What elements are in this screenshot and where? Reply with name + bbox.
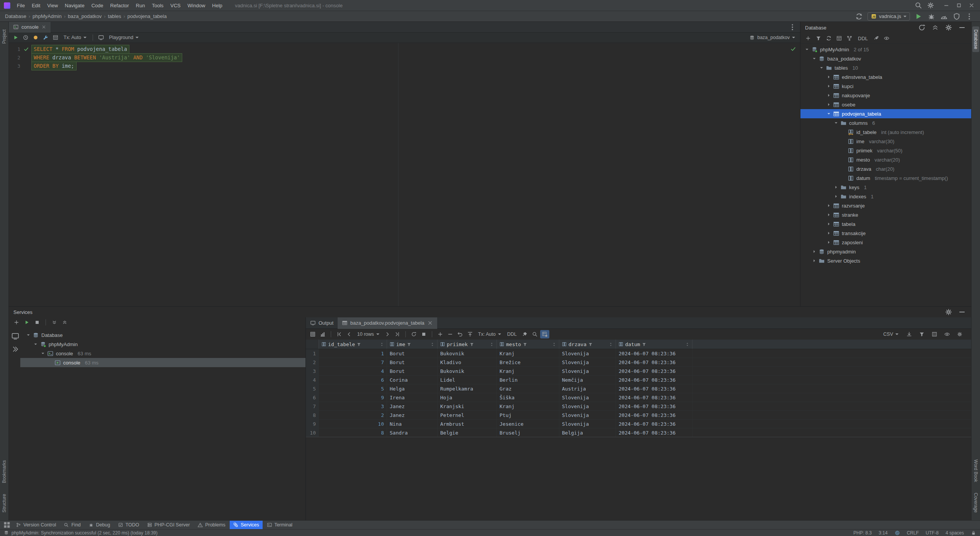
gear-icon[interactable] xyxy=(926,1,935,10)
grid-cell[interactable]: 6 xyxy=(319,376,387,384)
chevron-down-icon[interactable] xyxy=(826,111,831,116)
grid-cell[interactable]: Bukovnik xyxy=(438,367,497,375)
open-table-editor-button[interactable] xyxy=(835,34,844,42)
grid-cell[interactable]: 2024-06-07 08:23:36 xyxy=(616,420,693,428)
sync-icon[interactable] xyxy=(854,12,864,21)
column-list-button[interactable] xyxy=(930,330,939,338)
gear-icon[interactable] xyxy=(944,308,953,316)
grid-cell[interactable]: Belgie xyxy=(438,428,497,437)
db-tree-item-priimek[interactable]: priimekvarchar(50) xyxy=(800,146,971,155)
chevron-right-icon[interactable] xyxy=(826,230,831,236)
menu-edit[interactable]: Edit xyxy=(28,0,44,11)
grid-cell[interactable]: Slovenija xyxy=(559,393,616,402)
grid-cell[interactable]: Jesenice xyxy=(497,420,559,428)
grid-cell[interactable]: 2024-06-07 08:23:36 xyxy=(616,402,693,410)
find-in-grid-button[interactable] xyxy=(530,330,539,338)
db-tree-item-razvrsanje[interactable]: razvrsanje xyxy=(800,201,971,210)
menu-refactor[interactable]: Refactor xyxy=(107,0,132,11)
grid-cell[interactable]: Šiška xyxy=(497,393,559,402)
grid-cell[interactable]: Janez xyxy=(387,402,438,410)
toolwindow-button-todo[interactable]: TODO xyxy=(114,521,143,529)
db-tree-item-phpmyadmin[interactable]: phpMyAdmin2 of 15 xyxy=(800,45,971,54)
grid-cell[interactable]: 7 xyxy=(319,358,387,366)
db-tree-item-phpmyadmin[interactable]: phpmyadmin xyxy=(800,247,971,256)
next-page-button[interactable] xyxy=(383,330,392,338)
funnel-icon[interactable] xyxy=(407,342,412,347)
line-number[interactable]: 2 xyxy=(9,55,20,60)
row-number[interactable]: 4 xyxy=(306,376,319,384)
collapse-all-icon[interactable] xyxy=(931,23,940,32)
chart-view-button[interactable] xyxy=(318,330,327,338)
stop-session-button[interactable] xyxy=(31,33,40,42)
column-header-mesto[interactable]: mesto xyxy=(497,340,559,349)
export-format-selector[interactable]: CSV xyxy=(880,331,901,338)
gear-icon[interactable] xyxy=(944,23,953,32)
chevron-right-icon[interactable] xyxy=(812,249,817,254)
grid-cell[interactable]: Belgija xyxy=(559,428,616,437)
chevron-down-icon[interactable] xyxy=(819,65,824,70)
playground-output-button[interactable] xyxy=(96,33,106,42)
check-icon[interactable] xyxy=(790,46,796,52)
toolwindow-button-version-control[interactable]: Version Control xyxy=(12,521,59,529)
db-tree-item-drzava[interactable]: drzavachar(20) xyxy=(800,164,971,173)
grid-cell[interactable]: Graz xyxy=(497,384,559,393)
first-page-button[interactable] xyxy=(335,330,344,338)
hide-icon[interactable] xyxy=(957,308,967,316)
tab-result-grid[interactable]: baza_podatkov.podvojena_tabela xyxy=(338,317,437,329)
grid-cell[interactable]: Nina xyxy=(387,420,438,428)
filter-rows-button[interactable] xyxy=(917,330,926,338)
grid-cell[interactable]: Austrija xyxy=(559,384,616,393)
menu-vcs[interactable]: VCS xyxy=(167,0,184,11)
code-text[interactable]: WHERE drzava BETWEEN 'Austrija' AND 'Slo… xyxy=(32,54,182,62)
file-encoding[interactable]: UTF-8 xyxy=(926,530,939,536)
db-tree-item-keys[interactable]: keys1 xyxy=(800,183,971,192)
grid-cell[interactable]: Kladivo xyxy=(438,358,497,366)
grid-cell[interactable]: Hoja xyxy=(438,393,497,402)
lock-icon[interactable] xyxy=(971,530,976,536)
tx-mode-selector[interactable]: Tx: Auto xyxy=(61,34,89,41)
row-number[interactable]: 5 xyxy=(306,384,319,393)
more-vertical-icon[interactable] xyxy=(788,23,797,31)
tab-console[interactable]: console xyxy=(9,22,51,33)
chevron-right-icon[interactable] xyxy=(826,83,831,89)
grid-options-button[interactable] xyxy=(955,330,964,338)
coverage-icon[interactable] xyxy=(952,12,961,21)
maximize-button[interactable] xyxy=(952,0,965,11)
column-header-priimek[interactable]: priimek xyxy=(438,340,497,349)
stripe-button-database[interactable]: Database xyxy=(972,26,979,52)
grid-cell[interactable]: Kranj xyxy=(497,349,559,358)
grid-cell[interactable]: Irena xyxy=(387,393,438,402)
play-icon[interactable] xyxy=(914,12,923,21)
grid-cell[interactable]: Berlin xyxy=(497,376,559,384)
menu-run[interactable]: Run xyxy=(132,0,149,11)
chevron-right-icon[interactable] xyxy=(833,194,839,199)
chevron-right-icon[interactable] xyxy=(826,212,831,217)
row-number[interactable]: 10 xyxy=(306,428,319,437)
grid-cell[interactable]: Sandra xyxy=(387,428,438,437)
window-grid-icon[interactable] xyxy=(2,521,11,529)
sort-icon[interactable] xyxy=(685,342,690,347)
column-header-ime[interactable]: ime xyxy=(387,340,438,349)
reload-data-button[interactable] xyxy=(409,330,418,338)
grid-cell[interactable]: Corina xyxy=(387,376,438,384)
grid-cell[interactable]: Rumpelkamra xyxy=(438,384,497,393)
grid-cell[interactable]: Helga xyxy=(387,384,438,393)
grazie-icon[interactable] xyxy=(895,530,900,536)
toolwindow-button-terminal[interactable]: Terminal xyxy=(263,521,296,529)
new-data-source-button[interactable] xyxy=(804,34,813,42)
revert-changes-button[interactable] xyxy=(456,330,465,338)
chevron-right-icon[interactable] xyxy=(826,93,831,98)
grid-ddl-button[interactable]: DDL xyxy=(505,331,519,338)
services-tree-item-console[interactable]: console63 ms xyxy=(20,349,305,358)
php-version[interactable]: PHP: 8.3 xyxy=(853,530,872,536)
toolwindow-button-problems[interactable]: Problems xyxy=(194,521,229,529)
grid-cell[interactable]: Brežice xyxy=(497,358,559,366)
filter-data-sources-button[interactable] xyxy=(814,34,823,42)
db-tree-item-server-objects[interactable]: Server Objects xyxy=(800,256,971,265)
breadcrumb-item-phpmyadmin[interactable]: phpMyAdmin xyxy=(31,13,63,19)
menu-help[interactable]: Help xyxy=(209,0,226,11)
code-text[interactable]: ORDER BY ime; xyxy=(32,62,76,70)
tab-output[interactable]: Output xyxy=(306,317,338,329)
chevron-right-icon[interactable] xyxy=(826,74,831,80)
db-tree-item-nakupovanje[interactable]: nakupovanje xyxy=(800,91,971,100)
